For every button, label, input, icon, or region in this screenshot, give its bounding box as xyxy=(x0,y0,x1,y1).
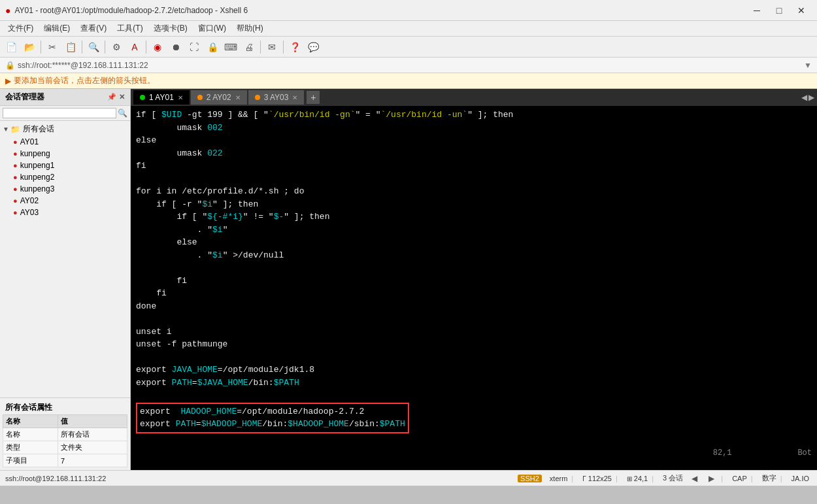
sidebar-title: 会话管理器 xyxy=(5,92,44,103)
tb-chat-button[interactable]: 💬 xyxy=(305,39,322,55)
terminal-line-11: . "$i" >/dev/null xyxy=(136,249,812,262)
tree-item-ay01[interactable]: ● AY01 xyxy=(0,136,130,148)
props-col-name: 名称 xyxy=(3,415,58,428)
tree-item-kunpeng2[interactable]: ● kunpeng2 xyxy=(0,171,130,183)
status-sep-1: | xyxy=(571,475,573,482)
menu-help[interactable]: 帮助(H) xyxy=(231,22,269,35)
add-tab-button[interactable]: + xyxy=(307,91,320,104)
tab-dot-green-icon xyxy=(140,95,145,100)
menu-view[interactable]: 查看(V) xyxy=(75,22,112,35)
tree-item-kunpeng1[interactable]: ● kunpeng1 xyxy=(0,160,130,171)
tabs-bar: 1 AY01 ✕ 2 AY02 ✕ 3 AY03 ✕ + ◀ ▶ xyxy=(131,89,817,106)
terminal-line-1: if [ $UID -gt 199 ] && [ "`/usr/bin/id -… xyxy=(136,109,812,122)
tab-ay01[interactable]: 1 AY01 ✕ xyxy=(133,90,190,105)
terminal-line-17: export JAVA_HOME=/opt/module/jdk1.8 xyxy=(136,363,812,377)
tb-color-button[interactable]: A xyxy=(126,39,143,55)
props-cell-value-2: 7 xyxy=(58,454,127,467)
tree-item-ay02[interactable]: ● AY02 xyxy=(0,195,130,207)
tip-text: 要添加当前会话，点击左侧的箭头按钮。 xyxy=(14,75,155,86)
sidebar-header: 会话管理器 📌 ✕ xyxy=(0,89,130,106)
tree-label-ay03: AY03 xyxy=(20,208,39,217)
tree-label-kunpeng3: kunpeng3 xyxy=(20,184,55,193)
tip-arrow-icon: ▶ xyxy=(5,76,11,86)
tree-item-kunpeng[interactable]: ● kunpeng xyxy=(0,148,130,160)
tree-item-ay03[interactable]: ● AY03 xyxy=(0,207,130,218)
status-sep-5: | xyxy=(751,475,753,482)
status-ime: JA.IO xyxy=(788,475,812,482)
main-area: 会话管理器 📌 ✕ 🔍 ▼ 📁 所有会话 ● AY01 ● kunpen xyxy=(0,89,817,470)
terminal-blank-3 xyxy=(136,312,812,326)
props-cell-name-1: 类型 xyxy=(3,441,58,454)
tab-dot-orange-ay03-icon xyxy=(255,95,260,100)
tb-compose-button[interactable]: ✉ xyxy=(263,39,280,55)
props-col-value: 值 xyxy=(58,415,127,428)
tree-label-all-sessions: 所有会话 xyxy=(23,124,54,135)
tb-keyboard-button[interactable]: ⌨ xyxy=(222,39,239,55)
status-nav-left-button[interactable]: ◀ xyxy=(686,471,703,486)
tab-ay02[interactable]: 2 AY02 ✕ xyxy=(191,90,247,105)
tb-print-button[interactable]: 🖨 xyxy=(241,39,258,55)
terminal-line-highlight-2: export PATH=$HADOOP_HOME/bin:$HADOOP_HOM… xyxy=(140,418,405,431)
toolbar-sep-5 xyxy=(260,41,261,54)
toolbar-sep-4 xyxy=(146,41,146,54)
lock-icon: 🔒 xyxy=(5,61,15,70)
status-bar: ssh://root@192.168.111.131:22 SSH2 xterm… xyxy=(0,470,817,486)
terminal-blank-4 xyxy=(136,351,812,364)
maximize-button[interactable]: □ xyxy=(769,4,790,17)
tb-open-button[interactable]: 📂 xyxy=(21,39,38,55)
status-sep-2: | xyxy=(616,475,618,482)
tab-ay03[interactable]: 3 AY03 ✕ xyxy=(248,90,305,105)
tab-label-ay02: 2 AY02 xyxy=(207,93,231,102)
sidebar-tree: ▼ 📁 所有会话 ● AY01 ● kunpeng ● kunpeng1 ● k… xyxy=(0,121,130,397)
tb-rec-button[interactable]: ⏺ xyxy=(167,39,184,55)
tab-close-ay01[interactable]: ✕ xyxy=(178,94,183,101)
toolbar-sep-6 xyxy=(283,41,284,54)
rows-cols-icon: Γ xyxy=(582,475,586,482)
tree-label-kunpeng2: kunpeng2 xyxy=(20,173,55,182)
props-row-0: 名称 所有会话 xyxy=(3,428,127,441)
tree-item-all-sessions[interactable]: ▼ 📁 所有会话 xyxy=(0,122,130,136)
tab-nav-left-button[interactable]: ◀ xyxy=(801,93,807,102)
tb-copy-button[interactable]: 📋 xyxy=(62,39,79,55)
window-controls: ─ □ ✕ xyxy=(746,4,812,17)
tree-label-kunpeng1: kunpeng1 xyxy=(20,161,55,170)
menu-edit[interactable]: 编辑(E) xyxy=(39,22,75,35)
tab-nav: ◀ ▶ xyxy=(801,93,814,102)
dropdown-arrow-icon[interactable]: ▼ xyxy=(804,61,812,70)
tab-close-ay03[interactable]: ✕ xyxy=(292,94,297,101)
sidebar-pin-button[interactable]: 📌 xyxy=(107,93,116,101)
tb-search-button[interactable]: 🔍 xyxy=(85,39,102,55)
menu-window[interactable]: 窗口(W) xyxy=(193,22,231,35)
tab-close-ay02[interactable]: ✕ xyxy=(235,94,241,101)
menu-tools[interactable]: 工具(T) xyxy=(112,22,148,35)
tb-settings-button[interactable]: ⚙ xyxy=(108,39,125,55)
tab-label-ay03: 3 AY03 xyxy=(264,93,289,102)
toolbar-sep-1 xyxy=(41,41,41,54)
tb-fullscreen-button[interactable]: ⛶ xyxy=(186,39,203,55)
folder-icon: 📁 xyxy=(10,125,20,134)
props-cell-name-2: 子项目 xyxy=(3,454,58,467)
tip-bar: ▶ 要添加当前会话，点击左侧的箭头按钮。 xyxy=(0,73,817,89)
menu-file[interactable]: 文件(F) xyxy=(3,22,39,35)
tb-help-button[interactable]: ❓ xyxy=(286,39,303,55)
status-nav-right-button[interactable]: ▶ xyxy=(703,471,720,486)
terminal-content[interactable]: if [ $UID -gt 199 ] && [ "`/usr/bin/id -… xyxy=(131,106,817,470)
server-icon-ay01: ● xyxy=(13,138,18,146)
sidebar-close-button[interactable]: ✕ xyxy=(119,93,125,101)
tab-nav-right-button[interactable]: ▶ xyxy=(809,93,814,102)
props-row-2: 子项目 7 xyxy=(3,454,127,467)
tb-red-button[interactable]: ◉ xyxy=(149,39,166,55)
sidebar-search-input[interactable] xyxy=(3,108,116,118)
tree-item-kunpeng3[interactable]: ● kunpeng3 xyxy=(0,183,130,195)
minimize-button[interactable]: ─ xyxy=(746,4,767,17)
terminal-blank-5 xyxy=(136,389,812,402)
tb-lock-button[interactable]: 🔒 xyxy=(204,39,221,55)
close-button[interactable]: ✕ xyxy=(791,4,812,17)
terminal-line-2: umask 002 xyxy=(136,122,812,135)
tb-new-button[interactable]: 📄 xyxy=(3,39,20,55)
menu-tabs[interactable]: 选项卡(B) xyxy=(148,22,193,35)
status-sep-3: | xyxy=(652,475,654,482)
tb-cut-button[interactable]: ✂ xyxy=(44,39,61,55)
status-num: 数字 xyxy=(759,473,779,483)
status-rows-cols: Γ 112x25 xyxy=(580,475,614,482)
